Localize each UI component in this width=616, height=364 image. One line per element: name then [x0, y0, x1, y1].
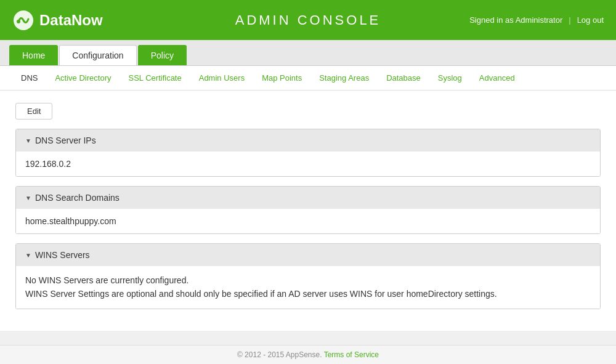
dns-search-domains-section: ▼ DNS Search Domains home.stealthpuppy.c…	[15, 186, 601, 234]
dns-search-domains-header: ▼ DNS Search Domains	[16, 187, 600, 209]
top-tab-bar: Home Configuration Policy	[0, 40, 616, 66]
wins-servers-line2: WINS Server Settings are optional and sh…	[25, 287, 591, 301]
header: DataNow ADMIN CONSOLE Signed in as Admin…	[0, 0, 616, 40]
dns-search-domains-value: home.stealthpuppy.com	[25, 216, 116, 226]
wins-servers-arrow: ▼	[25, 252, 31, 259]
subnav-dns[interactable]: DNS	[12, 66, 46, 90]
subnav-admin-users[interactable]: Admin Users	[190, 66, 253, 90]
subnav-map-points[interactable]: Map Points	[253, 66, 310, 90]
wins-servers-body: No WINS Servers are currently configured…	[16, 266, 600, 309]
dns-search-domains-body: home.stealthpuppy.com	[16, 209, 600, 233]
dns-search-domains-arrow: ▼	[25, 195, 31, 201]
main-content: Edit ▼ DNS Server IPs 192.168.0.2 ▼ DNS …	[0, 91, 616, 331]
subnav-database[interactable]: Database	[378, 66, 429, 90]
sub-nav: DNS Active Directory SSL Certificate Adm…	[0, 66, 616, 91]
subnav-active-directory[interactable]: Active Directory	[46, 66, 120, 90]
dns-search-domains-title: DNS Search Domains	[35, 193, 120, 203]
logo-icon	[12, 9, 34, 31]
dns-server-ips-header: ▼ DNS Server IPs	[16, 129, 600, 152]
wins-servers-line1: No WINS Servers are currently configured…	[25, 273, 591, 287]
subnav-advanced[interactable]: Advanced	[471, 66, 524, 90]
header-right: Signed in as Administrator | Log out	[469, 15, 604, 25]
footer-tos-link[interactable]: Terms of Service	[324, 350, 379, 359]
separator: |	[569, 15, 570, 25]
dns-server-ips-title: DNS Server IPs	[35, 135, 96, 145]
logout-link[interactable]: Log out	[577, 15, 604, 25]
subnav-staging-areas[interactable]: Staging Areas	[310, 66, 378, 90]
dns-server-ips-section: ▼ DNS Server IPs 192.168.0.2	[15, 129, 601, 177]
wins-servers-header: ▼ WINS Servers	[16, 244, 600, 266]
header-title: ADMIN CONSOLE	[235, 12, 381, 28]
logo-text: DataNow	[39, 12, 103, 29]
wins-servers-title: WINS Servers	[35, 250, 90, 260]
subnav-syslog[interactable]: Syslog	[429, 66, 471, 90]
tab-home[interactable]: Home	[9, 45, 58, 65]
subnav-ssl-certificate[interactable]: SSL Certificate	[120, 66, 190, 90]
footer: © 2012 - 2015 AppSense. Terms of Service	[0, 345, 616, 364]
dns-server-ips-body: 192.168.0.2	[16, 152, 600, 176]
dns-server-ips-arrow: ▼	[25, 137, 31, 144]
dns-server-ips-value: 192.168.0.2	[25, 159, 71, 169]
tab-configuration[interactable]: Configuration	[59, 45, 136, 65]
svg-point-1	[17, 20, 20, 23]
edit-button[interactable]: Edit	[15, 103, 52, 119]
wins-servers-section: ▼ WINS Servers No WINS Servers are curre…	[15, 243, 601, 309]
signed-in-label: Signed in as Administrator	[469, 15, 562, 25]
tab-policy[interactable]: Policy	[138, 45, 187, 65]
footer-copyright: © 2012 - 2015 AppSense.	[237, 350, 322, 359]
logo-area: DataNow	[12, 9, 103, 31]
